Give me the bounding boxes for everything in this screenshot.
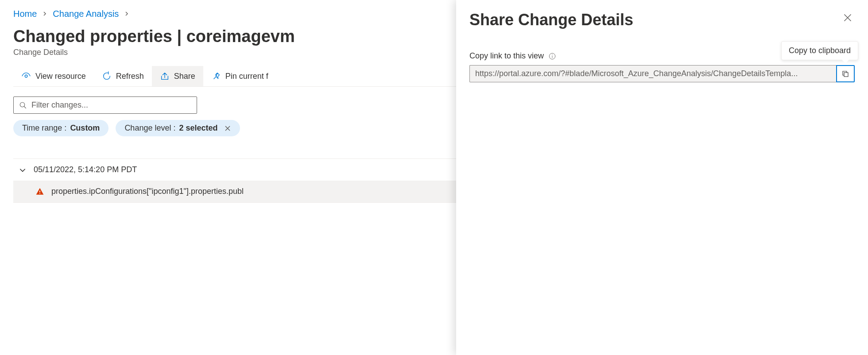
pin-icon — [211, 71, 221, 81]
group-timestamp: 05/11/2022, 5:14:20 PM PDT — [34, 165, 137, 174]
warning-icon — [35, 187, 44, 196]
pin-label: Pin current f — [225, 72, 268, 81]
view-resource-label: View resource — [35, 72, 86, 81]
time-range-value: Custom — [70, 123, 100, 133]
share-label: Share — [174, 72, 195, 81]
share-panel: Share Change Details Copy link to this v… — [456, 0, 868, 355]
pin-button[interactable]: Pin current f — [203, 66, 276, 86]
filter-input-wrapper[interactable] — [13, 96, 197, 114]
refresh-button[interactable]: Refresh — [94, 66, 152, 86]
breadcrumb-home[interactable]: Home — [13, 9, 37, 19]
svg-rect-3 — [39, 193, 40, 194]
svg-point-1 — [20, 102, 25, 107]
change-level-label: Change level : — [124, 123, 175, 133]
search-icon — [19, 101, 27, 109]
svg-rect-5 — [844, 73, 848, 77]
change-level-pill[interactable]: Change level : 2 selected — [116, 120, 240, 136]
chevron-down-icon — [19, 166, 27, 174]
svg-point-0 — [25, 75, 27, 77]
close-icon[interactable] — [224, 125, 231, 132]
chevron-right-icon — [124, 10, 129, 18]
time-range-pill[interactable]: Time range : Custom — [13, 120, 108, 136]
share-button[interactable]: Share — [152, 66, 203, 86]
eye-icon — [21, 71, 31, 81]
refresh-label: Refresh — [116, 72, 144, 81]
close-panel-button[interactable] — [841, 11, 855, 25]
change-property-path: properties.ipConfigurations["ipconfig1"]… — [51, 187, 244, 196]
chevron-right-icon — [42, 10, 47, 18]
share-icon — [160, 71, 170, 81]
breadcrumb-change-analysis[interactable]: Change Analysis — [53, 9, 119, 19]
view-resource-button[interactable]: View resource — [13, 66, 94, 86]
change-level-value: 2 selected — [179, 123, 217, 133]
info-icon[interactable] — [548, 52, 556, 60]
filter-input[interactable] — [31, 100, 191, 110]
panel-title: Share Change Details — [469, 11, 633, 29]
copy-tooltip: Copy to clipboard — [781, 41, 858, 60]
refresh-icon — [102, 71, 112, 81]
time-range-label: Time range : — [22, 123, 66, 133]
copy-icon — [841, 70, 849, 78]
svg-rect-2 — [39, 190, 40, 192]
share-url-input[interactable] — [469, 65, 836, 82]
copy-button[interactable]: Copy to clipboard — [836, 65, 855, 82]
